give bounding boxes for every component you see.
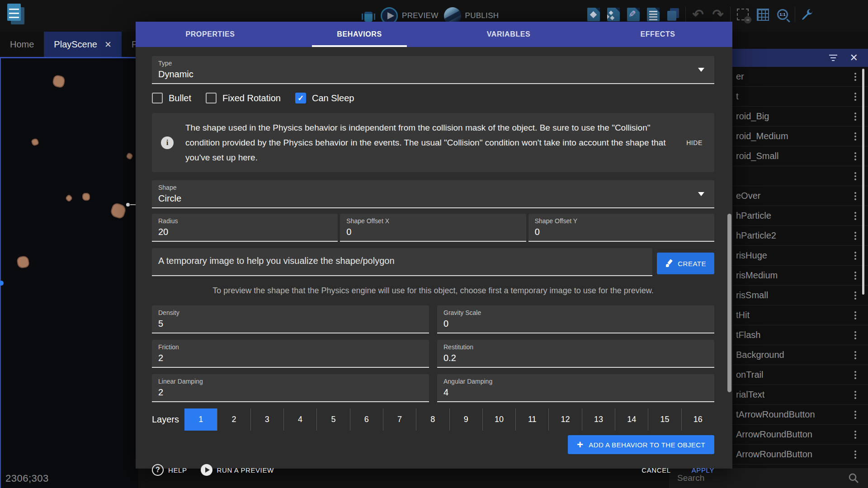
item-menu-icon[interactable] [854,431,856,439]
debugger-icon[interactable] [362,8,375,23]
edit-scene-icon[interactable] [626,7,641,22]
panel-scrollbar[interactable] [862,69,864,295]
item-menu-icon[interactable] [854,252,856,260]
layer-option-6[interactable]: 6 [350,408,383,431]
layer-option-9[interactable]: 9 [449,408,482,431]
layer-option-3[interactable]: 3 [250,408,283,431]
project-manager-icon[interactable] [6,3,26,25]
item-menu-icon[interactable] [854,391,856,399]
layer-option-10[interactable]: 10 [482,408,515,431]
angular-damping-field[interactable]: Angular Damping 4 [437,374,714,402]
item-menu-icon[interactable] [854,331,856,339]
layer-option-14[interactable]: 14 [615,408,648,431]
tab-effects-label: EFFECTS [640,30,675,38]
linear-damping-label: Linear Damping [158,378,423,385]
tab-playscene[interactable]: PlayScene ✕ [44,32,122,57]
type-select[interactable]: Type Dynamic [152,56,714,84]
grid-icon[interactable] [755,7,770,22]
layer-option-1[interactable]: 1 [184,408,217,431]
panel-close-icon[interactable]: ✕ [850,53,858,62]
can-sleep-checkbox[interactable]: ✓ Can Sleep [295,93,354,103]
filter-icon[interactable] [829,55,837,61]
add-behavior-button[interactable]: + ADD A BEHAVIOR TO THE OBJECT [568,435,714,454]
friction-field[interactable]: Friction 2 [152,340,429,368]
asteroid-sprite[interactable] [126,152,134,160]
item-menu-icon[interactable] [854,192,856,200]
item-menu-icon[interactable] [854,291,856,300]
selection-point[interactable] [126,203,130,206]
asteroid-sprite[interactable] [65,194,73,202]
radius-field[interactable]: Radius 20 [152,214,338,242]
cancel-button[interactable]: CANCEL [642,466,670,474]
tab-properties[interactable]: PROPERTIES [136,22,285,47]
dialog-scrollbar[interactable] [727,214,731,392]
tab-variables[interactable]: VARIABLES [434,22,583,47]
shape-offset-x-field[interactable]: Shape Offset X 0 [340,214,526,242]
item-menu-icon[interactable] [854,152,856,160]
settings-wrench-icon[interactable] [800,7,815,22]
asteroid-sprite[interactable] [82,193,90,201]
item-menu-icon[interactable] [854,272,856,280]
tab-effects[interactable]: EFFECTS [583,22,732,47]
objects-icon[interactable] [606,7,621,22]
temp-image-field[interactable]: A temporary image to help you visualize … [152,248,652,276]
run-preview-button[interactable]: RUN A PREVIEW [201,464,274,476]
undo-icon[interactable]: ↶ [690,7,706,22]
tab-behaviors[interactable]: BEHAVIORS [285,22,434,47]
density-row: Density 5 Gravity Scale 0 [152,305,714,333]
item-menu-icon[interactable] [854,172,856,180]
hide-button[interactable]: HIDE [686,139,703,146]
layer-option-15[interactable]: 15 [648,408,681,431]
tab-home[interactable]: Home [0,32,44,57]
item-menu-icon[interactable] [854,73,856,81]
radius-label: Radius [158,217,331,225]
layer-option-4[interactable]: 4 [283,408,316,431]
apply-button[interactable]: APPLY [692,466,714,474]
checkbox-unchecked-icon [152,93,163,103]
bullet-checkbox[interactable]: Bullet [152,93,191,103]
shape-offset-y-field[interactable]: Shape Offset Y 0 [528,214,714,242]
redo-icon[interactable]: ↷ [710,7,726,22]
help-button[interactable]: ? HELP [152,464,187,476]
shape-params-row: Radius 20 Shape Offset X 0 Shape Offset … [152,214,714,242]
gravity-scale-field[interactable]: Gravity Scale 0 [437,305,714,333]
brush-icon [665,259,673,267]
fixed-rotation-checkbox[interactable]: Fixed Rotation [206,93,281,103]
item-menu-icon[interactable] [854,311,856,319]
tab-close-icon[interactable]: ✕ [104,39,112,50]
create-button[interactable]: CREATE [657,253,714,274]
item-menu-icon[interactable] [854,450,856,459]
clear-selection-icon[interactable] [735,7,750,22]
layer-option-7[interactable]: 7 [383,408,416,431]
density-field[interactable]: Density 5 [152,305,429,333]
origin-handle[interactable] [0,281,4,286]
item-menu-icon[interactable] [854,411,856,419]
item-menu-icon[interactable] [854,351,856,359]
item-menu-icon[interactable] [854,212,856,220]
events-sheet-icon[interactable] [646,7,661,22]
layer-option-2[interactable]: 2 [217,408,250,431]
shape-select[interactable]: Shape Circle [152,180,714,208]
item-menu-icon[interactable] [854,232,856,240]
layers-icon[interactable] [665,7,681,22]
item-menu-icon[interactable] [854,132,856,141]
layer-option-11[interactable]: 11 [515,408,548,431]
zoom-1-1-icon[interactable]: 1:1 [775,7,790,22]
layer-option-8[interactable]: 8 [416,408,449,431]
layer-option-12[interactable]: 12 [548,408,581,431]
shape-offset-y-label: Shape Offset Y [535,217,708,225]
scene-canvas[interactable]: 2306;303 [0,57,138,488]
asteroid-sprite[interactable] [109,202,127,220]
item-menu-icon[interactable] [854,371,856,379]
item-menu-icon[interactable] [854,93,856,101]
asteroid-sprite[interactable] [16,255,30,269]
asteroid-sprite[interactable] [52,75,66,89]
asteroid-sprite[interactable] [31,138,39,146]
layer-option-13[interactable]: 13 [582,408,615,431]
restitution-field[interactable]: Restitution 0.2 [437,340,714,368]
linear-damping-field[interactable]: Linear Damping 2 [152,374,429,402]
layer-option-5[interactable]: 5 [316,408,349,431]
layer-option-16[interactable]: 16 [681,408,714,431]
item-menu-icon[interactable] [854,113,856,121]
resources-icon[interactable] [586,7,601,22]
